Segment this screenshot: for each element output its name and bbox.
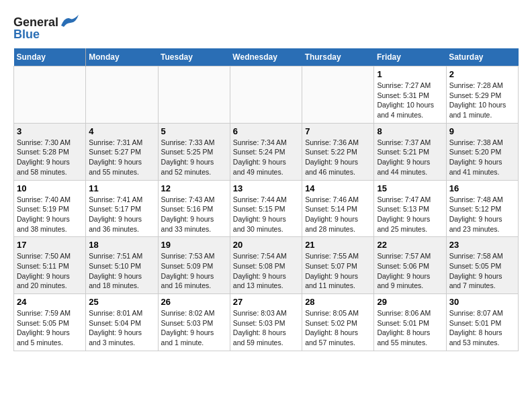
day-info: Sunrise: 7:59 AM Sunset: 5:05 PM Dayligh… bbox=[17, 308, 83, 348]
day-info: Sunrise: 8:02 AM Sunset: 5:03 PM Dayligh… bbox=[161, 308, 227, 348]
day-number: 10 bbox=[17, 183, 83, 193]
day-info: Sunrise: 7:40 AM Sunset: 5:19 PM Dayligh… bbox=[17, 195, 83, 234]
day-info: Sunrise: 7:57 AM Sunset: 5:06 PM Dayligh… bbox=[377, 251, 443, 291]
day-number: 9 bbox=[449, 126, 515, 136]
day-number: 15 bbox=[377, 183, 443, 193]
day-info: Sunrise: 7:58 AM Sunset: 5:05 PM Dayligh… bbox=[449, 251, 515, 291]
calendar-table: SundayMondayTuesdayWednesdayThursdayFrid… bbox=[13, 48, 519, 351]
calendar-cell: 13Sunrise: 7:44 AM Sunset: 5:15 PM Dayli… bbox=[230, 180, 302, 237]
calendar-cell: 3Sunrise: 7:30 AM Sunset: 5:28 PM Daylig… bbox=[14, 123, 86, 180]
calendar-week-row: 3Sunrise: 7:30 AM Sunset: 5:28 PM Daylig… bbox=[14, 123, 519, 180]
day-info: Sunrise: 7:54 AM Sunset: 5:08 PM Dayligh… bbox=[233, 251, 299, 291]
day-info: Sunrise: 7:43 AM Sunset: 5:16 PM Dayligh… bbox=[161, 195, 227, 234]
calendar-cell: 15Sunrise: 7:47 AM Sunset: 5:13 PM Dayli… bbox=[374, 180, 446, 237]
calendar-cell bbox=[86, 66, 158, 124]
weekday-header-wednesday: Wednesday bbox=[230, 48, 302, 66]
day-number: 16 bbox=[449, 183, 515, 193]
calendar-cell bbox=[14, 66, 86, 124]
weekday-header-sunday: Sunday bbox=[14, 48, 86, 66]
calendar-cell: 18Sunrise: 7:51 AM Sunset: 5:10 PM Dayli… bbox=[86, 237, 158, 294]
day-number: 23 bbox=[449, 240, 515, 250]
logo: General Blue bbox=[13, 13, 79, 42]
day-number: 21 bbox=[305, 240, 371, 250]
calendar-cell: 20Sunrise: 7:54 AM Sunset: 5:08 PM Dayli… bbox=[230, 237, 302, 294]
day-info: Sunrise: 7:38 AM Sunset: 5:20 PM Dayligh… bbox=[449, 138, 515, 177]
day-number: 19 bbox=[161, 240, 227, 250]
day-number: 17 bbox=[17, 240, 83, 250]
day-number: 1 bbox=[377, 69, 443, 79]
day-info: Sunrise: 7:41 AM Sunset: 5:17 PM Dayligh… bbox=[89, 195, 154, 234]
day-info: Sunrise: 7:50 AM Sunset: 5:11 PM Dayligh… bbox=[17, 251, 83, 291]
day-number: 6 bbox=[233, 126, 299, 136]
calendar-cell: 23Sunrise: 7:58 AM Sunset: 5:05 PM Dayli… bbox=[446, 237, 518, 294]
calendar-cell: 26Sunrise: 8:02 AM Sunset: 5:03 PM Dayli… bbox=[158, 294, 230, 351]
calendar-cell: 29Sunrise: 8:06 AM Sunset: 5:01 PM Dayli… bbox=[374, 294, 446, 351]
day-number: 28 bbox=[305, 297, 371, 307]
calendar-cell: 30Sunrise: 8:07 AM Sunset: 5:01 PM Dayli… bbox=[446, 294, 518, 351]
calendar-cell bbox=[302, 66, 374, 124]
page-header: General Blue bbox=[13, 13, 519, 42]
day-info: Sunrise: 7:36 AM Sunset: 5:22 PM Dayligh… bbox=[305, 138, 371, 177]
calendar-cell bbox=[158, 66, 230, 124]
calendar-cell: 7Sunrise: 7:36 AM Sunset: 5:22 PM Daylig… bbox=[302, 123, 374, 180]
day-info: Sunrise: 8:03 AM Sunset: 5:03 PM Dayligh… bbox=[233, 308, 299, 348]
day-number: 29 bbox=[377, 297, 443, 307]
day-number: 22 bbox=[377, 240, 443, 250]
day-number: 3 bbox=[17, 126, 83, 136]
day-info: Sunrise: 7:51 AM Sunset: 5:10 PM Dayligh… bbox=[89, 251, 154, 291]
calendar-cell: 11Sunrise: 7:41 AM Sunset: 5:17 PM Dayli… bbox=[86, 180, 158, 237]
day-number: 18 bbox=[89, 240, 154, 250]
day-number: 2 bbox=[449, 69, 515, 79]
day-info: Sunrise: 7:47 AM Sunset: 5:13 PM Dayligh… bbox=[377, 195, 443, 234]
calendar-week-row: 10Sunrise: 7:40 AM Sunset: 5:19 PM Dayli… bbox=[14, 180, 519, 237]
calendar-cell: 12Sunrise: 7:43 AM Sunset: 5:16 PM Dayli… bbox=[158, 180, 230, 237]
day-number: 30 bbox=[449, 297, 515, 307]
calendar-cell: 22Sunrise: 7:57 AM Sunset: 5:06 PM Dayli… bbox=[374, 237, 446, 294]
day-info: Sunrise: 7:53 AM Sunset: 5:09 PM Dayligh… bbox=[161, 251, 227, 291]
calendar-cell: 14Sunrise: 7:46 AM Sunset: 5:14 PM Dayli… bbox=[302, 180, 374, 237]
calendar-cell: 8Sunrise: 7:37 AM Sunset: 5:21 PM Daylig… bbox=[374, 123, 446, 180]
day-info: Sunrise: 7:37 AM Sunset: 5:21 PM Dayligh… bbox=[377, 138, 443, 177]
day-info: Sunrise: 7:33 AM Sunset: 5:25 PM Dayligh… bbox=[161, 138, 227, 177]
calendar-cell: 5Sunrise: 7:33 AM Sunset: 5:25 PM Daylig… bbox=[158, 123, 230, 180]
day-info: Sunrise: 8:06 AM Sunset: 5:01 PM Dayligh… bbox=[377, 308, 443, 348]
calendar-cell: 16Sunrise: 7:48 AM Sunset: 5:12 PM Dayli… bbox=[446, 180, 518, 237]
weekday-header-friday: Friday bbox=[374, 48, 446, 66]
calendar-week-row: 1Sunrise: 7:27 AM Sunset: 5:31 PM Daylig… bbox=[14, 66, 519, 124]
day-info: Sunrise: 7:34 AM Sunset: 5:24 PM Dayligh… bbox=[233, 138, 299, 177]
weekday-header-tuesday: Tuesday bbox=[158, 48, 230, 66]
day-number: 12 bbox=[161, 183, 227, 193]
calendar-week-row: 24Sunrise: 7:59 AM Sunset: 5:05 PM Dayli… bbox=[14, 294, 519, 351]
calendar-cell: 24Sunrise: 7:59 AM Sunset: 5:05 PM Dayli… bbox=[14, 294, 86, 351]
day-number: 4 bbox=[89, 126, 154, 136]
day-number: 27 bbox=[233, 297, 299, 307]
day-number: 7 bbox=[305, 126, 371, 136]
calendar-cell: 27Sunrise: 8:03 AM Sunset: 5:03 PM Dayli… bbox=[230, 294, 302, 351]
weekday-header-thursday: Thursday bbox=[302, 48, 374, 66]
day-number: 13 bbox=[233, 183, 299, 193]
calendar-cell: 9Sunrise: 7:38 AM Sunset: 5:20 PM Daylig… bbox=[446, 123, 518, 180]
day-info: Sunrise: 7:30 AM Sunset: 5:28 PM Dayligh… bbox=[17, 138, 83, 177]
day-info: Sunrise: 8:05 AM Sunset: 5:02 PM Dayligh… bbox=[305, 308, 371, 348]
day-info: Sunrise: 8:07 AM Sunset: 5:01 PM Dayligh… bbox=[449, 308, 515, 348]
day-number: 14 bbox=[305, 183, 371, 193]
day-number: 20 bbox=[233, 240, 299, 250]
calendar-cell: 6Sunrise: 7:34 AM Sunset: 5:24 PM Daylig… bbox=[230, 123, 302, 180]
day-info: Sunrise: 7:28 AM Sunset: 5:29 PM Dayligh… bbox=[449, 81, 515, 120]
day-info: Sunrise: 7:48 AM Sunset: 5:12 PM Dayligh… bbox=[449, 195, 515, 234]
day-number: 5 bbox=[161, 126, 227, 136]
weekday-header-row: SundayMondayTuesdayWednesdayThursdayFrid… bbox=[14, 48, 519, 66]
day-number: 11 bbox=[89, 183, 154, 193]
calendar-cell: 17Sunrise: 7:50 AM Sunset: 5:11 PM Dayli… bbox=[14, 237, 86, 294]
calendar-week-row: 17Sunrise: 7:50 AM Sunset: 5:11 PM Dayli… bbox=[14, 237, 519, 294]
day-number: 25 bbox=[89, 297, 154, 307]
calendar-cell: 2Sunrise: 7:28 AM Sunset: 5:29 PM Daylig… bbox=[446, 66, 518, 124]
calendar-cell: 25Sunrise: 8:01 AM Sunset: 5:04 PM Dayli… bbox=[86, 294, 158, 351]
calendar-cell bbox=[230, 66, 302, 124]
calendar-cell: 21Sunrise: 7:55 AM Sunset: 5:07 PM Dayli… bbox=[302, 237, 374, 294]
weekday-header-monday: Monday bbox=[86, 48, 158, 66]
logo-text-blue: Blue bbox=[13, 28, 40, 42]
day-info: Sunrise: 7:55 AM Sunset: 5:07 PM Dayligh… bbox=[305, 251, 371, 291]
calendar-cell: 10Sunrise: 7:40 AM Sunset: 5:19 PM Dayli… bbox=[14, 180, 86, 237]
calendar-cell: 28Sunrise: 8:05 AM Sunset: 5:02 PM Dayli… bbox=[302, 294, 374, 351]
